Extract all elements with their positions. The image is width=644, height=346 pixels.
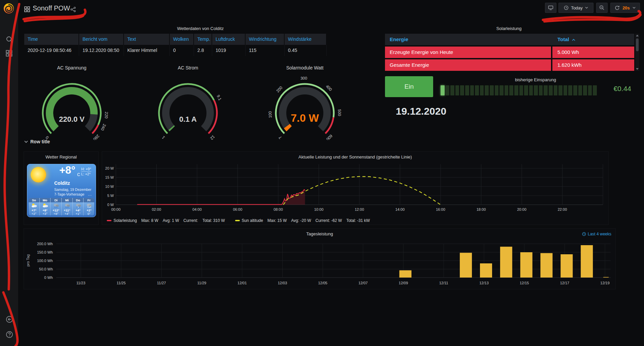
savings-segment xyxy=(490,85,494,95)
solar-table-row[interactable]: Erzeugte Energie von Heute5.000 Wh xyxy=(385,47,634,58)
chevron-down-icon xyxy=(24,141,28,143)
x-axis-label: 12/13 xyxy=(479,281,489,285)
x-axis-label: 12/09 xyxy=(399,281,408,285)
legend-label: Solarleistung xyxy=(114,218,137,223)
grafana-logo-icon[interactable] xyxy=(3,3,14,14)
forecast-day[interactable]: Mo+8°+3° xyxy=(40,198,51,215)
scroll-up-arrow[interactable] xyxy=(636,35,639,36)
row-collapse-toggle[interactable]: Row title xyxy=(24,139,50,144)
legend-item[interactable]: SolarleistungMax: 8 WAvg: 1 WCurrent:Tot… xyxy=(107,218,225,223)
gauge-tick-label: 220 xyxy=(104,112,109,119)
x-axis-label: 12:00 xyxy=(355,207,364,211)
bar-chart-plot[interactable]: 0 Wh50.0 Wh100.0 Wh150.0 Wh200.0 Wh11/23… xyxy=(24,238,616,289)
zoom-out-button[interactable] xyxy=(596,3,608,13)
share-icon[interactable] xyxy=(70,7,76,12)
weather-table-header-row: TimeBericht vomTextWolkenTemp.LuftdruckW… xyxy=(24,34,327,45)
sign-out-icon[interactable] xyxy=(6,316,13,323)
forecast-day[interactable]: Do+4°+1° xyxy=(73,198,84,215)
column-header-energie[interactable]: Energie xyxy=(385,34,552,45)
legend-stat: Max: 8 W xyxy=(141,218,158,223)
time-shortcut-link[interactable]: Last 4 weeks xyxy=(582,232,611,236)
forecast-day-name: Fr xyxy=(84,198,94,202)
forecast-day[interactable]: Di+12°+8° xyxy=(51,198,62,215)
savings-segment xyxy=(500,85,504,95)
savings-panel: bisherige Einsparung €0.44 xyxy=(437,76,635,97)
forecast-low: +1° xyxy=(73,212,84,215)
legend-label: Sun altitude xyxy=(242,218,263,223)
rain-icon xyxy=(62,202,72,209)
solar-table-row[interactable]: Gesamte Energie1.620 kWh xyxy=(385,59,634,71)
power-switch-button[interactable]: Ein xyxy=(385,76,433,97)
savings-segment xyxy=(534,85,538,95)
forecast-day[interactable]: Fr+2°0° xyxy=(84,198,94,215)
forecast-link[interactable]: 7-Tage-Vorhersage xyxy=(54,192,84,196)
dashboard-title[interactable]: Sonoff POW xyxy=(33,4,70,12)
column-header[interactable]: Windstärke xyxy=(285,34,327,45)
legend-stat: Max: 15 W xyxy=(267,218,287,223)
forecast-strip: So+7°+2°Mo+8°+3°Di+12°+8°Mi+11°+4°Do+4°+… xyxy=(29,198,94,215)
forecast-day[interactable]: Mi+11°+4° xyxy=(62,198,73,215)
bar-12-19[interactable] xyxy=(603,277,609,278)
gauge-tick-label: 600 xyxy=(325,134,333,140)
weather-widget[interactable]: +8° C H: +9° L: +2° Colditz Samstag, 19 … xyxy=(27,164,96,217)
savings-segment xyxy=(475,85,479,95)
scroll-down-arrow[interactable] xyxy=(636,68,639,70)
weather-table-title: Wetterdaten von Colditz xyxy=(135,26,266,31)
chevron-down-icon xyxy=(585,7,588,9)
forecast-low: +8° xyxy=(51,212,61,215)
dashboards-icon[interactable] xyxy=(6,50,13,57)
line-chart-plot[interactable]: 0 W5 W10 W15 W20 W00:0002:0004:0006:0008… xyxy=(102,161,609,215)
savings-segment xyxy=(578,85,582,95)
bar-12-12[interactable] xyxy=(460,253,472,278)
bar-12-17[interactable] xyxy=(560,254,573,278)
dashboard-grid-icon[interactable] xyxy=(24,6,30,12)
gauge-value: 0.1 A xyxy=(179,115,197,123)
gauge-tick-label: 300 xyxy=(300,76,308,81)
table-cell: 2.8 xyxy=(194,45,212,56)
gauge-value: 7.0 W xyxy=(291,112,319,124)
forecast-day-name: Do xyxy=(73,198,84,202)
solar-table-scrollbar[interactable] xyxy=(635,34,639,71)
series-sun-altitude xyxy=(283,176,441,205)
column-header[interactable]: Windrichtung xyxy=(246,34,285,45)
sun-icon xyxy=(31,167,46,182)
savings-segment xyxy=(505,85,509,95)
bar-12-13[interactable] xyxy=(480,263,492,278)
column-header[interactable]: Text xyxy=(124,34,170,45)
column-header[interactable]: Wolken xyxy=(170,34,194,45)
help-icon[interactable] xyxy=(6,331,13,338)
forecast-day-name: Di xyxy=(51,198,61,202)
table-cell: 1019 xyxy=(212,45,246,56)
column-header[interactable]: Time xyxy=(24,34,79,45)
bar-12-15[interactable] xyxy=(520,252,533,278)
column-header[interactable]: Bericht vom xyxy=(79,34,124,45)
bar-chart-title: Tagesleistung xyxy=(24,231,615,236)
bar-12-16[interactable] xyxy=(541,253,553,278)
time-range-picker[interactable]: Today xyxy=(558,3,593,13)
refresh-button[interactable]: 20s xyxy=(610,3,640,13)
column-header[interactable]: Luftdruck xyxy=(212,34,246,45)
bar-12-18[interactable] xyxy=(581,245,593,278)
scrollbar-thumb[interactable] xyxy=(636,38,639,51)
savings-segment xyxy=(465,85,469,95)
search-icon[interactable] xyxy=(6,36,13,43)
savings-segment xyxy=(539,85,543,95)
savings-segment xyxy=(544,85,548,95)
column-header[interactable]: Temp. xyxy=(194,34,212,45)
savings-title: bisherige Einsparung xyxy=(437,77,635,82)
legend-item[interactable]: Sun altitudeMax: 15 WAvg: -20 WCurrent: … xyxy=(235,218,370,223)
forecast-day[interactable]: So+7°+2° xyxy=(29,198,40,215)
ellipsis-menu[interactable]: ... xyxy=(88,192,92,196)
temp-high: H: +9° xyxy=(81,167,91,171)
legend-stat: Total: -31 kW xyxy=(346,218,370,223)
x-axis-label: 11/23 xyxy=(76,281,86,285)
column-header-total[interactable]: Total xyxy=(552,34,634,45)
x-axis-label: 12/01 xyxy=(237,281,247,285)
bar-12-14[interactable] xyxy=(500,247,512,278)
bar-12-09[interactable] xyxy=(399,270,412,278)
gauge-tick-label: 100 xyxy=(268,111,273,118)
temp-unit: C xyxy=(77,172,80,177)
tv-mode-button[interactable] xyxy=(545,3,556,13)
x-axis-label: 04:00 xyxy=(192,207,202,211)
x-axis-label: 16:00 xyxy=(436,207,445,211)
